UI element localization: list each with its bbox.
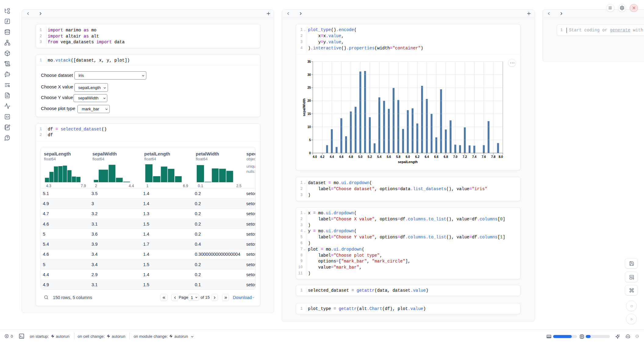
svg-text:20: 20 [307, 99, 311, 102]
svg-text:5.8: 5.8 [396, 155, 400, 159]
svg-text:6.0: 6.0 [406, 155, 410, 159]
svg-text:30: 30 [307, 73, 311, 77]
svg-text:4.0: 4.0 [313, 155, 317, 159]
svg-text:5: 5 [309, 138, 311, 142]
svg-text:6.2: 6.2 [415, 155, 419, 159]
svg-text:4.2: 4.2 [320, 155, 324, 159]
svg-text:15: 15 [307, 112, 311, 116]
svg-text:7.4: 7.4 [472, 155, 476, 159]
svg-text:6.8: 6.8 [444, 155, 448, 159]
svg-text:6.4: 6.4 [424, 155, 429, 159]
svg-text:4.6: 4.6 [339, 155, 343, 159]
svg-text:7.8: 7.8 [491, 155, 495, 159]
svg-text:sepalLength: sepalLength [398, 160, 418, 164]
svg-text:35: 35 [307, 60, 311, 63]
svg-text:5.2: 5.2 [367, 155, 372, 159]
svg-text:0: 0 [309, 151, 311, 155]
svg-text:5.6: 5.6 [387, 155, 391, 159]
svg-text:6.6: 6.6 [434, 155, 438, 159]
svg-text:8.0: 8.0 [499, 155, 503, 159]
svg-text:7.2: 7.2 [463, 155, 467, 159]
svg-text:7.0: 7.0 [453, 155, 457, 159]
svg-text:5.4: 5.4 [377, 155, 381, 159]
svg-text:4.8: 4.8 [349, 155, 353, 159]
svg-text:7.6: 7.6 [481, 155, 486, 159]
svg-text:5.0: 5.0 [358, 155, 362, 159]
svg-text:25: 25 [307, 86, 311, 90]
svg-text:4.4: 4.4 [330, 155, 334, 159]
svg-text:10: 10 [307, 125, 311, 129]
svg-text:sepalWidth: sepalWidth [302, 98, 306, 116]
